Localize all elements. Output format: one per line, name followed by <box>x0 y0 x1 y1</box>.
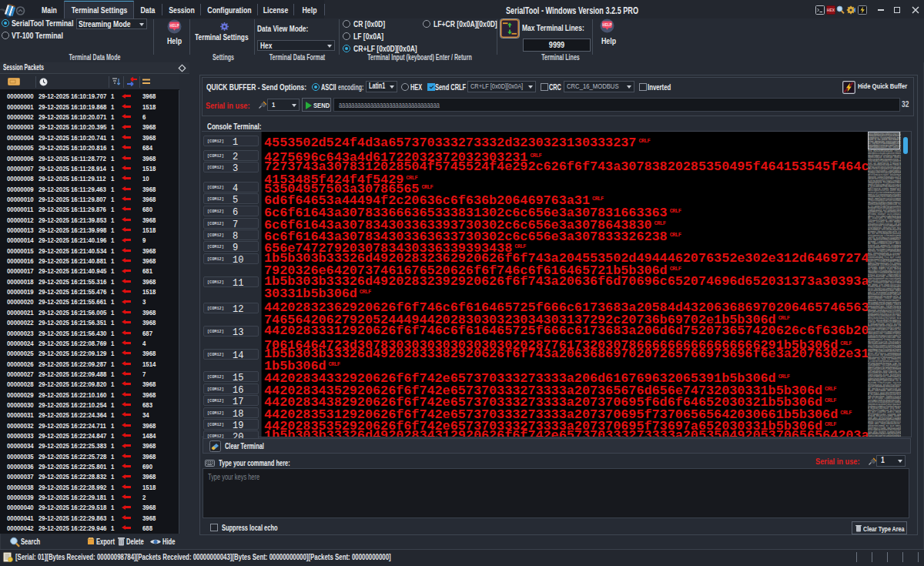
svg-text:HELP: HELP <box>169 24 179 28</box>
svg-text:HELP: HELP <box>602 23 611 27</box>
svg-text:HEX: HEX <box>827 8 835 12</box>
